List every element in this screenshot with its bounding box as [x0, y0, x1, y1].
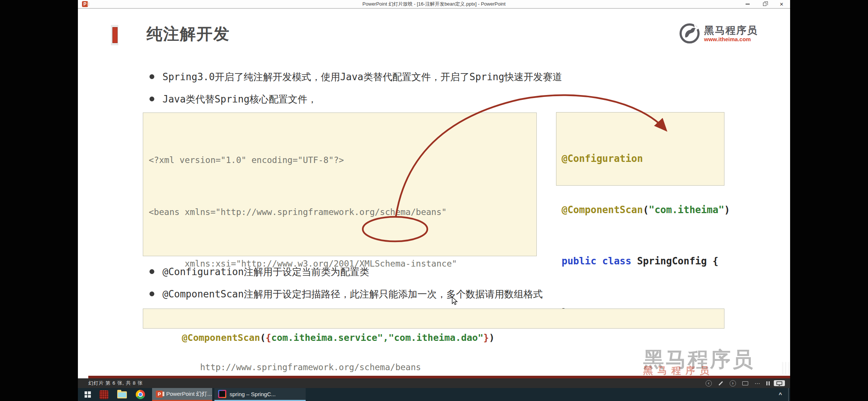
watermark-bars — [782, 362, 783, 375]
powerpoint-window: P PowerPoint 幻灯片放映 - [16-注解开发bean定义.pptx… — [78, 0, 790, 401]
start-button[interactable] — [79, 388, 96, 401]
code-line: <?xml version="1.0" encoding="UTF-8"?> — [149, 151, 536, 169]
show-desktop-button[interactable] — [788, 388, 790, 401]
intellij-window-button[interactable]: spring – SpringC... — [214, 388, 306, 401]
taskbar-red-app-button[interactable] — [96, 388, 112, 401]
bullet-item: Java类代替Spring核心配置文件， — [149, 93, 317, 105]
bullet-dot-icon — [149, 74, 154, 79]
restore-icon — [763, 3, 766, 6]
bullet-item: Spring3.0开启了纯注解开发模式，使用Java类替代配置文件，开启了Spr… — [149, 71, 562, 83]
zoom-columns-icon[interactable] — [766, 381, 767, 385]
logo-site: www.itheima.com — [704, 36, 758, 42]
tray-expand-chevron[interactable]: ^ — [779, 391, 782, 398]
slide-counter: 幻灯片 第 6 张, 共 8 张 — [88, 378, 143, 388]
itheima-logo: 黑马程序员 www.itheima.com — [679, 23, 758, 44]
componentscan-code-box: @ComponentScan({com.itheima.service","co… — [143, 309, 724, 329]
intellij-window-label: spring – SpringC... — [230, 391, 276, 397]
code-line: <beans xmlns="http://www.springframework… — [149, 203, 536, 221]
red-app-icon — [99, 390, 108, 399]
horse-logo-icon — [679, 23, 700, 44]
code-line: @Configuration — [562, 150, 724, 167]
slide-footer-line — [88, 376, 790, 378]
mouse-cursor — [451, 297, 459, 306]
window-titlebar: P PowerPoint 幻灯片放映 - [16-注解开发bean定义.pptx… — [78, 0, 790, 9]
display-settings-button[interactable] — [774, 380, 785, 386]
title-accent-bar — [112, 27, 118, 43]
chrome-button[interactable] — [131, 388, 149, 401]
intellij-icon — [218, 390, 226, 398]
xml-code-box: <?xml version="1.0" encoding="UTF-8"?> <… — [143, 113, 537, 256]
see-all-slides-icon[interactable] — [742, 381, 748, 385]
taskbar: P PowerPoint 幻灯... spring – SpringC... ^ — [78, 388, 790, 401]
close-button[interactable]: ✕ — [773, 0, 790, 8]
watermark-small-text: 黑马程序员 — [643, 366, 790, 375]
powerpoint-window-button[interactable]: P PowerPoint 幻灯... — [152, 388, 212, 401]
bullet-text: Java类代替Spring核心配置文件， — [162, 93, 317, 105]
windows-logo-icon — [85, 391, 91, 398]
java-code-box: @Configuration @ComponentScan("com.ithei… — [556, 112, 724, 186]
file-explorer-button[interactable] — [114, 388, 131, 401]
powerpoint-icon: P — [156, 391, 163, 398]
window-title: PowerPoint 幻灯片放映 - [16-注解开发bean定义.pptx] … — [152, 0, 716, 8]
bullet-text: Spring3.0开启了纯注解开发模式，使用Java类替代配置文件，开启了Spr… — [162, 71, 562, 83]
window-controls: ✕ — [739, 0, 790, 8]
code-line: public class SpringConfig { — [562, 252, 724, 270]
code-line: @ComponentScan("com.itheima") — [562, 201, 724, 218]
minimize-icon — [746, 4, 750, 4]
pen-annotation-icon[interactable] — [719, 381, 723, 385]
bullet-dot-icon — [149, 97, 154, 101]
logo-name: 黑马程序员 — [704, 25, 758, 36]
monitor-icon — [776, 381, 782, 385]
restore-button[interactable] — [756, 0, 773, 8]
previous-slide-button[interactable]: ‹ — [706, 380, 712, 387]
system-tray: ^ — [779, 388, 782, 401]
powerpoint-window-label: PowerPoint 幻灯... — [166, 391, 212, 398]
slide-canvas[interactable]: 纯注解开发 黑马程序员 www.itheima.com Spring3.0开启了… — [78, 9, 790, 378]
code-line: http://www.springframework.org/schema/be… — [149, 359, 536, 376]
right-letterbox — [790, 0, 868, 401]
code-line: xmlns:xsi="http://www.w3.org/2001/XMLSch… — [149, 255, 536, 273]
more-options-icon[interactable]: ⋯ — [754, 381, 760, 386]
slide-title: 纯注解开发 — [147, 25, 230, 43]
slideshow-controls: ‹ › ⋯ — [706, 378, 785, 388]
next-slide-button[interactable]: › — [730, 380, 736, 387]
chrome-icon — [136, 390, 145, 399]
powerpoint-app-icon: P — [82, 1, 88, 7]
left-letterbox — [0, 0, 78, 401]
minimize-button[interactable] — [739, 0, 756, 8]
slideshow-statusbar: 幻灯片 第 6 张, 共 8 张 ‹ › ⋯ — [78, 378, 790, 388]
folder-icon — [117, 391, 127, 398]
